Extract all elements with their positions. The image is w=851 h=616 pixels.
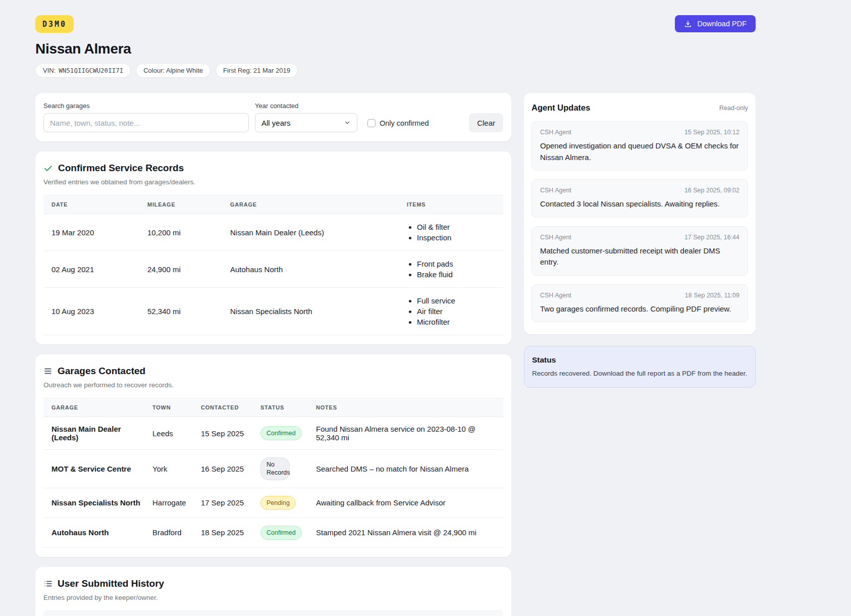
- garage-notes: Found Nissan Almera service on 2023-08-1…: [308, 417, 503, 450]
- garage-contacted: 17 Sep 2025: [193, 488, 252, 518]
- user-history-subtitle: Entries provided by the keeper/owner.: [43, 594, 503, 601]
- record-items: Front padsBrake fluid: [399, 251, 503, 288]
- record-item: Inspection: [417, 232, 499, 243]
- agent-updates-header: Agent Updates Read-only: [531, 103, 748, 113]
- service-record-row: 10 Aug 2023 52,340 mi Nissan Specialists…: [43, 288, 503, 335]
- status-badge: Confirmed: [260, 426, 302, 440]
- confirmed-records-title-row: Confirmed Service Records: [43, 163, 503, 174]
- garage-town: Harrogate: [144, 488, 193, 518]
- agent-update: CSH Agent 16 Sep 2025, 09:02 Contacted 3…: [531, 179, 748, 218]
- garages-contacted-subtitle: Outreach we performed to recover records…: [43, 381, 503, 389]
- first-reg-chip: First Reg: 21 Mar 2019: [216, 63, 298, 78]
- garages-contacted-table: Garage Town Contacted Status Notes Nissa…: [43, 398, 503, 548]
- agent-timestamp: 18 Sep 2025, 11:09: [685, 292, 739, 299]
- col-garage: Garage: [43, 398, 144, 417]
- garage-status: Confirmed: [252, 417, 308, 450]
- page: D3M0 Download PDF Nissan Almera VIN: WN5…: [0, 0, 756, 616]
- check-icon: [43, 164, 53, 173]
- confirmed-records-subtitle: Verified entries we obtained from garage…: [43, 178, 503, 186]
- service-records-body: 19 Mar 2020 10,200 mi Nissan Main Dealer…: [43, 214, 503, 335]
- record-items: Oil & filterInspection: [399, 214, 503, 251]
- garage-town: York: [144, 450, 193, 488]
- garages-header-row: Garage Town Contacted Status Notes: [43, 398, 503, 417]
- chevron-down-icon: [344, 119, 351, 126]
- col-contacted: Contacted: [193, 398, 252, 417]
- garages-contacted-body: Nissan Main Dealer (Leeds) Leeds 15 Sep …: [43, 417, 503, 548]
- status-title: Status: [532, 355, 748, 365]
- agent-updates-title: Agent Updates: [531, 103, 590, 113]
- agent-author: CSH Agent: [540, 292, 571, 299]
- record-item: Brake fluid: [417, 269, 499, 280]
- agent-update-text: Opened investigation and queued DVSA & O…: [540, 140, 739, 163]
- col-items: Items: [399, 195, 503, 214]
- col-mileage: Mileage: [139, 195, 222, 214]
- garage-notes: Stamped 2021 Nissan Almera visit @ 24,90…: [308, 518, 503, 547]
- service-record-row: 02 Aug 2021 24,900 mi Autohaus North Fro…: [43, 251, 503, 288]
- user-history-card: User Submitted History Entries provided …: [35, 567, 511, 616]
- garages-contacted-title-row: Garages Contacted: [43, 366, 503, 377]
- garage-name: MOT & Service Centre: [43, 450, 144, 488]
- agent-update: CSH Agent 18 Sep 2025, 11:09 Two garages…: [531, 284, 748, 323]
- vin-value: WN51QIIGCWU20II7I: [59, 67, 123, 74]
- agent-timestamp: 17 Sep 2025, 16:44: [684, 234, 739, 241]
- garage-town: Bradford: [144, 518, 193, 547]
- sidebar: Agent Updates Read-only CSH Agent 15 Sep…: [524, 93, 756, 388]
- garage-notes: Awaiting callback from Service Advisor: [308, 488, 503, 518]
- menu-lines-icon: [43, 367, 52, 376]
- clear-button[interactable]: Clear: [469, 113, 503, 132]
- status-badge: Pending: [260, 496, 296, 510]
- col-notes: Notes: [308, 398, 503, 417]
- only-confirmed-checkbox[interactable]: [367, 119, 376, 127]
- agent-update-text: Contacted 3 local Nissan specialists. Aw…: [540, 198, 739, 210]
- agent-timestamp: 16 Sep 2025, 09:02: [684, 187, 739, 194]
- year-label: Year contacted: [255, 102, 357, 110]
- service-record-row: 19 Mar 2020 10,200 mi Nissan Main Dealer…: [43, 214, 503, 251]
- status-badge: No Records: [260, 457, 290, 480]
- garage-status: No Records: [252, 450, 308, 488]
- record-item: Full service: [417, 295, 499, 306]
- agent-update: CSH Agent 17 Sep 2025, 16:44 Matched cus…: [531, 226, 748, 276]
- garage-contacted: 16 Sep 2025: [193, 450, 252, 488]
- agent-timestamp: 15 Sep 2025, 10:12: [684, 129, 739, 136]
- download-pdf-label: Download PDF: [697, 20, 747, 28]
- agent-update-text: Two garages confirmed records. Compiling…: [540, 303, 739, 315]
- year-field-group: Year contacted All years: [255, 102, 357, 132]
- year-select[interactable]: All years: [255, 113, 357, 132]
- garage-status: Pending: [252, 488, 308, 518]
- year-select-value: All years: [261, 119, 291, 127]
- confirmed-records-title: Confirmed Service Records: [58, 163, 184, 174]
- col-town: Town: [144, 398, 193, 417]
- garages-contacted-card: Garages Contacted Outreach we performed …: [35, 354, 511, 557]
- user-history-entry: 12 Sep 2020 15,800 mi Oil & filter at ho…: [43, 610, 503, 616]
- confirmed-records-card: Confirmed Service Records Verified entri…: [35, 151, 511, 344]
- only-confirmed-label: Only confirmed: [380, 119, 429, 127]
- garage-name: Nissan Main Dealer (Leeds): [43, 417, 144, 450]
- search-input[interactable]: [43, 113, 249, 132]
- list-icon: [43, 579, 52, 588]
- record-item: Air filter: [417, 306, 499, 317]
- garage-contacted: 15 Sep 2025: [193, 417, 252, 450]
- download-pdf-button[interactable]: Download PDF: [675, 15, 756, 32]
- agent-update-header: CSH Agent 15 Sep 2025, 10:12: [540, 129, 739, 136]
- garages-contacted-title: Garages Contacted: [58, 366, 145, 377]
- user-history-title-row: User Submitted History: [43, 578, 503, 589]
- col-date: Date: [43, 195, 139, 214]
- only-confirmed-group: Only confirmed: [367, 119, 429, 127]
- agent-update: CSH Agent 15 Sep 2025, 10:12 Opened inve…: [531, 121, 748, 171]
- user-history-list: 12 Sep 2020 15,800 mi Oil & filter at ho…: [43, 610, 503, 616]
- agent-author: CSH Agent: [540, 129, 571, 136]
- user-history-entry-header: 12 Sep 2020 15,800 mi: [43, 610, 503, 616]
- service-records-header-row: Date Mileage Garage Items: [43, 195, 503, 214]
- garage-row: MOT & Service Centre York 16 Sep 2025 No…: [43, 450, 503, 488]
- status-card: Status Records recovered. Download the f…: [524, 346, 756, 388]
- garage-row: Autohaus North Bradford 18 Sep 2025 Conf…: [43, 518, 503, 547]
- garage-notes: Searched DMS – no match for Nissan Almer…: [308, 450, 503, 488]
- demo-badge: D3M0: [35, 15, 74, 33]
- agent-author: CSH Agent: [540, 234, 571, 241]
- record-garage: Nissan Specialists North: [222, 288, 399, 335]
- record-mileage: 10,200 mi: [139, 214, 222, 251]
- agent-update-header: CSH Agent 18 Sep 2025, 11:09: [540, 292, 739, 299]
- user-history-title: User Submitted History: [58, 578, 164, 589]
- colour-chip: Colour: Alpine White: [136, 63, 210, 78]
- header: D3M0 Download PDF: [35, 15, 756, 33]
